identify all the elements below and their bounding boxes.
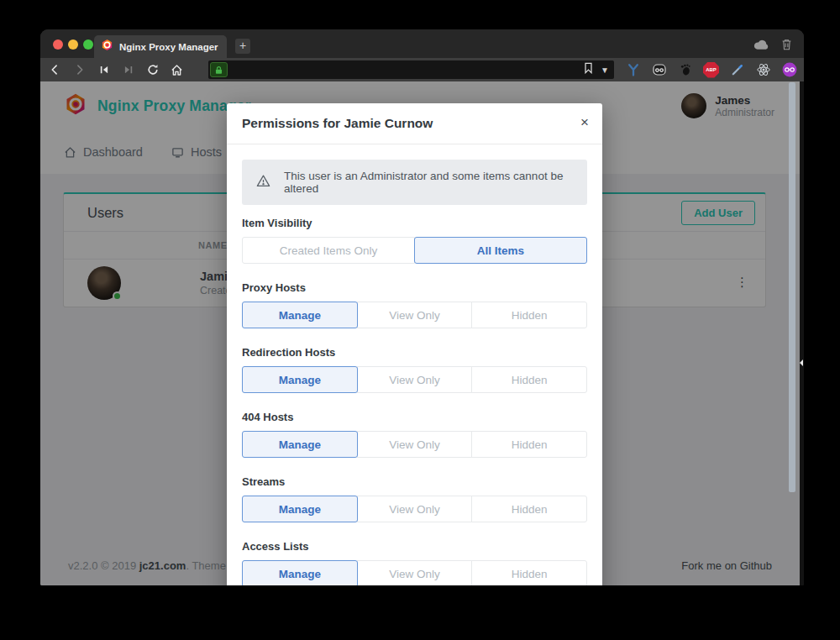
bookmark-caret-down-icon[interactable]: ▼ xyxy=(601,66,609,75)
new-tab-button[interactable]: + xyxy=(235,39,250,54)
gnome-foot-icon[interactable] xyxy=(677,62,693,78)
group-label: Proxy Hosts xyxy=(242,281,587,294)
adblock-plus-icon[interactable]: ABP xyxy=(703,62,719,78)
option-hidden[interactable]: Hidden xyxy=(471,431,587,458)
option-view-only[interactable]: View Only xyxy=(357,431,473,458)
desktop-background: Nginx Proxy Manager + xyxy=(0,0,840,640)
permission-group-streams: StreamsManageView OnlyHidden xyxy=(242,475,587,522)
option-created-items-only[interactable]: Created Items Only xyxy=(242,237,415,264)
page-viewport: Nginx Proxy Manager James Administrator … xyxy=(40,81,800,585)
cloud-sync-icon[interactable] xyxy=(753,39,769,54)
segmented-control: ManageView OnlyHidden xyxy=(242,496,587,522)
close-window-button[interactable] xyxy=(53,39,63,50)
fork-tool-icon[interactable] xyxy=(625,62,641,78)
option-view-only[interactable]: View Only xyxy=(357,560,473,585)
maximize-window-button[interactable] xyxy=(83,39,93,50)
page-scrollbar-thumb[interactable] xyxy=(789,82,795,492)
option-view-only[interactable]: View Only xyxy=(357,302,473,328)
modal-title: Permissions for Jamie Curnow xyxy=(242,116,433,131)
forward-button[interactable] xyxy=(73,63,86,76)
home-button[interactable] xyxy=(171,63,183,76)
group-label: Item Visibility xyxy=(242,217,587,229)
window-controls xyxy=(53,39,93,50)
browser-window: Nginx Proxy Manager + xyxy=(40,29,804,585)
group-label: Streams xyxy=(242,475,587,488)
permission-group-redirection-hosts: Redirection HostsManageView OnlyHidden xyxy=(242,346,587,393)
trash-icon[interactable] xyxy=(781,38,792,55)
segmented-control: ManageView OnlyHidden xyxy=(242,302,587,328)
permission-group-proxy-hosts: Proxy HostsManageView OnlyHidden xyxy=(242,281,587,328)
ssl-padlock-icon[interactable] xyxy=(210,62,228,77)
segmented-control: ManageView OnlyHidden xyxy=(242,431,587,458)
browser-toolbar: ▼ ABP xyxy=(40,58,804,81)
modal-body: This user is an Administrator and some i… xyxy=(227,144,602,585)
option-view-only[interactable]: View Only xyxy=(357,366,473,393)
permissions-modal: Permissions for Jamie Curnow × This user… xyxy=(227,103,602,585)
permission-group-access-lists: Access ListsManageView OnlyHidden xyxy=(242,540,587,585)
segmented-control: ManageView OnlyHidden xyxy=(242,560,587,585)
admin-alert: This user is an Administrator and some i… xyxy=(242,160,587,205)
modal-groups: Item VisibilityCreated Items OnlyAll Ite… xyxy=(242,217,587,585)
panel-toggle-arrow-icon xyxy=(800,359,803,366)
titlebar-actions xyxy=(753,38,792,55)
option-manage[interactable]: Manage xyxy=(242,366,358,393)
goggles-icon[interactable] xyxy=(651,62,667,78)
permission-group-404-hosts: 404 HostsManageView OnlyHidden xyxy=(242,411,587,458)
purple-mascot-icon[interactable] xyxy=(781,62,797,78)
option-hidden[interactable]: Hidden xyxy=(471,496,587,522)
close-modal-button[interactable]: × xyxy=(580,114,589,131)
panel-toggle-strip[interactable] xyxy=(800,81,804,585)
segmented-control: ManageView OnlyHidden xyxy=(242,366,587,393)
option-manage[interactable]: Manage xyxy=(242,302,358,328)
segmented-control: Created Items OnlyAll Items xyxy=(242,237,587,264)
option-manage[interactable]: Manage xyxy=(242,560,358,585)
address-bar[interactable]: ▼ xyxy=(208,60,614,79)
group-label: Redirection Hosts xyxy=(242,346,587,359)
reload-button[interactable] xyxy=(146,63,159,76)
browser-tab[interactable]: Nginx Proxy Manager xyxy=(94,35,227,58)
option-manage[interactable]: Manage xyxy=(242,431,358,458)
npm-favicon-icon xyxy=(101,39,113,55)
option-manage[interactable]: Manage xyxy=(242,496,358,522)
option-hidden[interactable]: Hidden xyxy=(471,302,587,328)
option-view-only[interactable]: View Only xyxy=(357,496,473,522)
group-label: 404 Hosts xyxy=(242,411,587,423)
back-button[interactable] xyxy=(49,63,61,76)
rewind-button[interactable] xyxy=(97,63,110,76)
bookmark-flag-icon[interactable] xyxy=(584,62,593,77)
group-label: Access Lists xyxy=(242,540,587,553)
modal-header: Permissions for Jamie Curnow × xyxy=(227,103,602,144)
warning-triangle-icon xyxy=(255,173,271,192)
pen-icon[interactable] xyxy=(729,62,745,78)
fast-forward-button[interactable] xyxy=(122,63,134,76)
extensions-bar: ABP xyxy=(625,62,804,78)
option-hidden[interactable]: Hidden xyxy=(471,560,587,585)
option-hidden[interactable]: Hidden xyxy=(471,366,587,393)
browser-tab-strip: Nginx Proxy Manager + xyxy=(40,29,804,58)
tab-title: Nginx Proxy Manager xyxy=(119,42,218,52)
option-all-items[interactable]: All Items xyxy=(414,237,587,264)
alert-text: This user is an Administrator and some i… xyxy=(284,170,574,195)
permission-group-item-visibility: Item VisibilityCreated Items OnlyAll Ite… xyxy=(242,217,587,264)
minimize-window-button[interactable] xyxy=(68,39,78,50)
atom-icon[interactable] xyxy=(755,62,771,78)
